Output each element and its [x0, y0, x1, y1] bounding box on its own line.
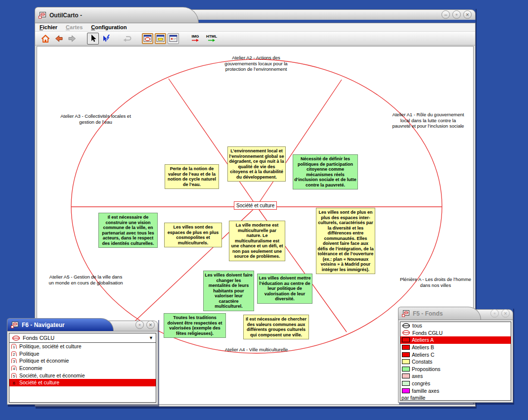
svg-text:3: 3	[13, 359, 15, 364]
node-view-icon[interactable]	[168, 33, 179, 44]
navigator-item-label: Politique, société et culture	[19, 343, 82, 349]
map-tab-icon: 6	[11, 379, 17, 385]
fonds-icon	[402, 330, 410, 335]
sector-label-atelier-a2: Atelier A2 - Actions des gouvernements l…	[217, 55, 296, 72]
fonds-item[interactable]: Constats	[400, 358, 511, 366]
back-icon[interactable]	[53, 33, 65, 45]
sector-label-atelier-a1: Atelier A1 - Rôle du gouvernement local …	[391, 112, 465, 129]
fonds-item-label: Ateliers A	[412, 337, 434, 343]
fonds-item-label: Fonds CGLU	[412, 330, 442, 336]
color-swatch	[402, 367, 410, 372]
maximize-button[interactable]	[135, 321, 144, 329]
html-label: HTML	[206, 35, 217, 39]
fonds-item[interactable]: Fonds CGLU	[400, 329, 511, 337]
html-export-arrow-icon	[208, 39, 216, 42]
color-swatch	[402, 352, 410, 357]
fonds-list: tous Fonds CGLU Ateliers A Ateliers B At…	[400, 322, 511, 401]
fonds-item-label: par famille	[401, 395, 425, 401]
fonds-item-label: Propositions	[412, 366, 440, 372]
map-note[interactable]: Les villes doivent faire changer les men…	[203, 271, 254, 311]
minimize-button[interactable]	[441, 10, 450, 19]
fonds-item[interactable]: Propositions	[400, 366, 511, 373]
app-icon	[11, 321, 19, 328]
app-icon	[39, 11, 46, 19]
img-export-arrow-icon	[191, 39, 199, 42]
chevron-down-icon: ▼	[149, 335, 153, 340]
map-note[interactable]: Toutes les traditions doivent être respe…	[164, 313, 226, 338]
navigator-item[interactable]: 1 Politique, société et culture	[9, 343, 156, 350]
fonds-item[interactable]: tous	[400, 322, 511, 329]
navigator-list: 1 Politique, société et culture 2 Politi…	[9, 343, 156, 386]
fonds-item-label: Constats	[412, 359, 432, 365]
sector-label-atelier-a3: Atelier A3 - Collectivités locales et ge…	[52, 113, 139, 125]
fonds-item-selected[interactable]: Ateliers A	[400, 336, 511, 344]
navigator-item[interactable]: 2 Politique	[9, 350, 156, 358]
navigator-item[interactable]: 5 Société, culture et économie	[9, 372, 156, 379]
fonds-item[interactable]: congrès	[400, 380, 511, 387]
maximize-button[interactable]	[490, 309, 499, 318]
close-button[interactable]	[463, 10, 472, 19]
map-note[interactable]: Les villes sont des espaces de plus en p…	[164, 223, 222, 247]
svg-text:2: 2	[13, 352, 15, 356]
map-note[interactable]: Il est nécessaire de chercher des valeur…	[243, 315, 309, 339]
fonds-window: F5 - Fonds tous Fonds CGLU	[398, 307, 513, 403]
color-swatch	[402, 337, 410, 342]
map-note[interactable]: Les villes doivent mettre l’éducation au…	[257, 274, 312, 304]
window-title: OutilCarto -	[49, 12, 82, 19]
fonds-item[interactable]: axes	[400, 373, 511, 380]
map-note[interactable]: Perte de la notion de valeur de l’eau et…	[165, 164, 219, 189]
fonds-item[interactable]: Ateliers C	[400, 351, 511, 358]
map-tab-icon: 3	[11, 358, 17, 364]
fonds-item-label: congrès	[412, 380, 430, 386]
swap-arrow-icon	[121, 33, 133, 45]
fonds-icon	[12, 335, 20, 341]
map-tab-icon: 2	[11, 351, 17, 357]
close-button[interactable]	[501, 309, 510, 318]
map-note[interactable]: Il est nécessaire de construire une visi…	[98, 213, 158, 248]
menu-configuration[interactable]: Configuration	[91, 24, 127, 30]
svg-text:6: 6	[13, 381, 15, 385]
fonds-titlebar[interactable]: F5 - Fonds	[398, 307, 481, 320]
main-titlebar[interactable]: OutilCarto -	[35, 7, 199, 23]
map-center-label[interactable]: Société et culture	[234, 201, 277, 210]
color-swatch	[402, 359, 410, 364]
navigator-item-label: Société et culture	[19, 379, 59, 385]
fonds-item-label: Ateliers B	[412, 344, 434, 350]
fonds-item[interactable]: Ateliers B	[400, 344, 511, 351]
forward-icon	[66, 33, 78, 45]
map-note[interactable]: La ville moderne est multiculturelle par…	[229, 221, 285, 261]
select-cursor-icon[interactable]	[87, 33, 99, 45]
titlebar-strip[interactable]	[183, 9, 476, 20]
navigator-item[interactable]: 3 Politique et économie	[9, 357, 156, 365]
map-tab-icon: 5	[11, 373, 17, 378]
note-view-icon[interactable]	[155, 33, 166, 44]
map-tab-icon: 4	[11, 365, 17, 371]
export-html-button[interactable]: HTML	[204, 35, 219, 42]
home-icon[interactable]	[40, 33, 51, 45]
ellipse-view-icon[interactable]	[142, 33, 153, 44]
fonds-item[interactable]: famille axes	[400, 387, 511, 394]
navigator-item-label: Politique et économie	[19, 358, 69, 364]
color-swatch	[402, 381, 410, 386]
fonds-dropdown[interactable]: Fonds CGLU ▼	[9, 333, 156, 343]
close-button[interactable]	[146, 321, 155, 329]
link-cursor-icon[interactable]	[100, 33, 112, 45]
color-swatch	[402, 388, 410, 393]
maximize-button[interactable]	[452, 10, 461, 19]
sector-label-atelier-a5: Atelier A5 - Gestion de la ville dans un…	[47, 274, 124, 285]
map-note[interactable]: Les villes sont de plus en plus des espa…	[316, 208, 375, 274]
navigator-item-label: Economie	[19, 365, 43, 371]
navigator-item[interactable]: 4 Economie	[9, 365, 156, 372]
navigator-item-selected[interactable]: 6 Société et culture	[9, 379, 156, 386]
fonds-item[interactable]: par famille	[400, 394, 511, 401]
export-img-button[interactable]: IMG	[188, 35, 203, 42]
window-title: F5 - Fonds	[413, 310, 443, 317]
sector-label-pleniere-a: Plénière A - Les droits de l’homme dans …	[396, 277, 474, 288]
navigator-window: F6 - Navigateur Fonds CGLU ▼ 1 Politique…	[7, 318, 158, 405]
menu-fichier[interactable]: Fichier	[40, 24, 57, 30]
map-note[interactable]: L’environnement local et l’environnement…	[227, 146, 286, 182]
map-note[interactable]: Nécessité de définir les politiques de p…	[293, 154, 358, 189]
navigator-titlebar[interactable]: F6 - Navigateur	[7, 318, 114, 331]
color-swatch	[402, 373, 410, 378]
window-title: F6 - Navigateur	[22, 322, 65, 328]
